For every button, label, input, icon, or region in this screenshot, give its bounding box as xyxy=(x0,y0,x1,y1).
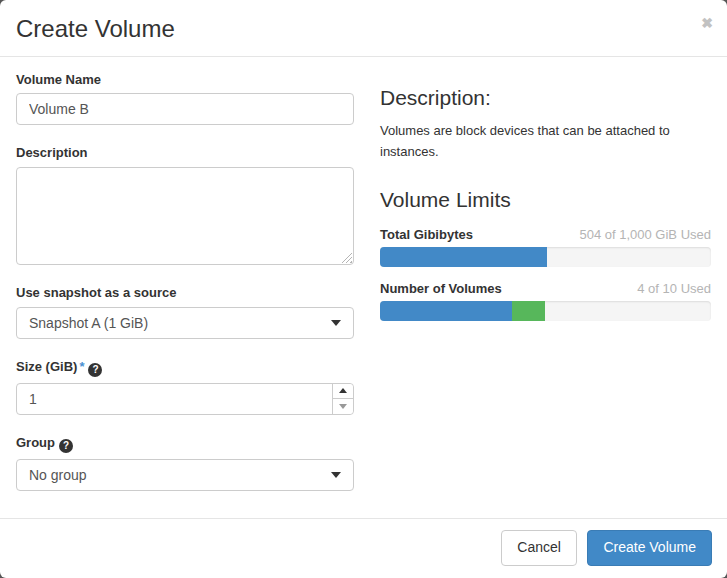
limit-head: Number of Volumes4 of 10 Used xyxy=(380,281,711,296)
required-asterisk: * xyxy=(79,359,84,374)
form-column: Volume Name Description Use snapshot as … xyxy=(16,72,354,503)
modal-title: Create Volume xyxy=(16,15,175,42)
group-select[interactable]: No group xyxy=(16,459,354,491)
limit-label: Number of Volumes xyxy=(380,281,502,296)
snapshot-source-label: Use snapshot as a source xyxy=(16,285,354,301)
size-label: Size (GiB)*? xyxy=(16,359,354,377)
size-label-text: Size (GiB) xyxy=(16,359,77,374)
cancel-button[interactable]: Cancel xyxy=(501,530,577,566)
chevron-down-icon xyxy=(331,472,341,478)
help-icon[interactable]: ? xyxy=(59,439,73,453)
size-group: Size (GiB)*? xyxy=(16,359,354,415)
description-heading: Description: xyxy=(380,85,711,110)
limit-usage: 504 of 1,000 GiB Used xyxy=(579,227,711,242)
description-label: Description xyxy=(16,145,354,161)
progress-segment xyxy=(380,247,547,267)
volume-name-label: Volume Name xyxy=(16,72,354,88)
size-stepper xyxy=(16,383,354,415)
arrow-up-icon xyxy=(339,388,347,393)
limit-row: Total Gibibytes504 of 1,000 GiB Used xyxy=(380,227,711,267)
group-label: Group? xyxy=(16,435,354,453)
description-group: Description xyxy=(16,145,354,265)
limit-usage: 4 of 10 Used xyxy=(637,281,711,296)
help-icon[interactable]: ? xyxy=(88,363,102,377)
description-textarea-wrap xyxy=(16,167,354,265)
chevron-down-icon xyxy=(331,320,341,326)
close-icon[interactable]: ✖ xyxy=(701,16,713,30)
arrow-down-icon xyxy=(339,404,347,409)
limit-head: Total Gibibytes504 of 1,000 GiB Used xyxy=(380,227,711,242)
group-value: No group xyxy=(29,467,87,483)
spinner-controls xyxy=(332,384,353,414)
snapshot-source-select[interactable]: Snapshot A (1 GiB) xyxy=(16,307,354,339)
info-column: Description: Volumes are block devices t… xyxy=(354,72,711,503)
volume-name-input[interactable] xyxy=(16,93,354,125)
create-volume-modal: Create Volume ✖ Volume Name Description … xyxy=(0,0,727,578)
snapshot-source-value: Snapshot A (1 GiB) xyxy=(29,315,148,331)
modal-footer: Cancel Create Volume xyxy=(0,518,727,578)
progress-segment xyxy=(512,301,545,321)
group-label-text: Group xyxy=(16,435,55,450)
snapshot-source-group: Use snapshot as a source Snapshot A (1 G… xyxy=(16,285,354,339)
description-text: Volumes are block devices that can be at… xyxy=(380,120,711,163)
limits-container: Total Gibibytes504 of 1,000 GiB UsedNumb… xyxy=(380,227,711,321)
volume-name-group: Volume Name xyxy=(16,72,354,126)
spin-down-button[interactable] xyxy=(333,399,353,414)
progress-segment xyxy=(380,301,512,321)
limit-label: Total Gibibytes xyxy=(380,227,473,242)
limit-row: Number of Volumes4 of 10 Used xyxy=(380,281,711,321)
progress-bar xyxy=(380,247,711,267)
volume-limits-heading: Volume Limits xyxy=(380,187,711,212)
spin-up-button[interactable] xyxy=(333,384,353,399)
modal-header: Create Volume ✖ xyxy=(0,0,727,57)
size-input[interactable] xyxy=(17,384,353,414)
progress-bar xyxy=(380,301,711,321)
description-textarea[interactable] xyxy=(16,167,354,265)
group-group: Group? No group xyxy=(16,435,354,491)
modal-body: Volume Name Description Use snapshot as … xyxy=(0,57,727,518)
create-volume-button[interactable]: Create Volume xyxy=(587,530,712,566)
